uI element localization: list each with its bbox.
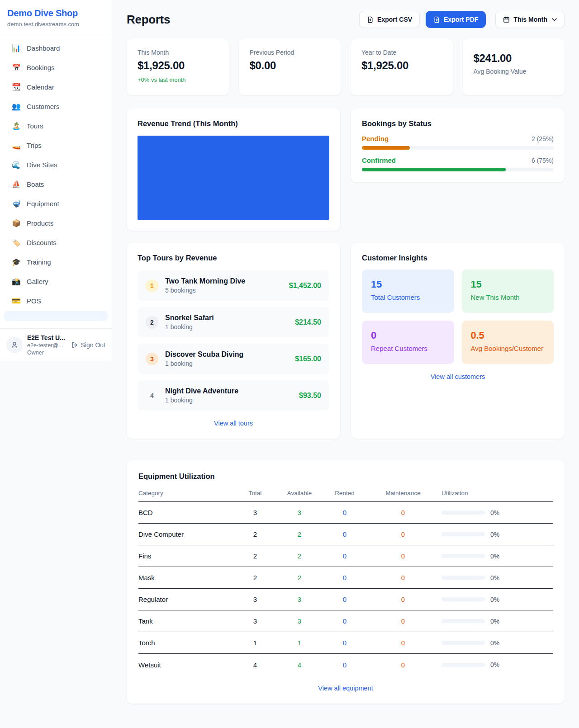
sidebar-item[interactable]: 📅 Bookings [4,58,108,76]
equipment-category: Dive Computer [138,530,236,538]
stat-value: $1,925.00 [138,59,218,72]
sidebar-item[interactable]: 💳 POS [4,292,108,310]
sidebar-item-label: POS [27,297,41,305]
sidebar-item[interactable]: 📊 Dashboard [4,39,108,57]
sidebar-item[interactable]: ⛵ Boats [4,175,108,193]
utilization-bar-track [441,554,485,558]
sidebar-item-icon: 🎓 [12,258,21,266]
sidebar-item[interactable]: 📆 Calendar [4,78,108,96]
status-row: Confirmed 6 (75%) [362,156,554,171]
equipment-rented: 0 [325,596,365,603]
brand-domain: demo.test.divestreams.com [7,21,104,28]
equipment-rented: 0 [325,617,365,625]
sidebar-item-reports-active[interactable] [4,311,108,321]
page-header: Reports Export CSV Export PDF [127,11,565,28]
stat-sublabel: Avg Booking Value [474,68,554,75]
sidebar-item-label: Trips [27,142,42,149]
equipment-total: 3 [236,596,274,603]
insights-row: Top Tours by Revenue 1 Two Tank Morning … [127,243,565,439]
tour-name: Snorkel Safari [165,314,214,322]
utilization-percent: 0% [490,596,499,603]
sidebar-item-label: Boats [27,180,44,188]
calendar-icon [503,16,510,23]
export-pdf-label: Export PDF [444,16,478,23]
equipment-available: 2 [274,574,325,581]
logout-icon [71,341,78,349]
insight-label: Avg Bookings/Customer [471,345,545,352]
table-row: Fins 2 2 0 0 0% [138,545,553,567]
sidebar-item[interactable]: 📦 Products [4,214,108,232]
equipment-category: Regulator [138,596,236,603]
sidebar-item-icon: ⛵ [12,180,21,189]
table-row: Regulator 3 3 0 0 0% [138,589,553,610]
equipment-category: Fins [138,552,236,560]
export-csv-button[interactable]: Export CSV [359,11,420,28]
equipment-utilization-cell: 0% [441,596,553,603]
equipment-category: Tank [138,617,236,625]
export-pdf-button[interactable]: Export PDF [426,11,486,28]
sidebar-item[interactable]: 🚤 Trips [4,136,108,154]
sidebar-item[interactable]: 🎓 Training [4,253,108,271]
sidebar-item[interactable]: 🤿 Equipment [4,194,108,213]
user-role: Owner [27,350,66,356]
equipment-total: 2 [236,552,274,560]
insight-value: 15 [471,279,545,290]
table-row: Mask 2 2 0 0 0% [138,567,553,589]
equipment-total: 2 [236,574,274,581]
utilization-bar-track [441,641,485,645]
sidebar-item[interactable]: 📸 Gallery [4,272,108,290]
equipment-total: 4 [236,661,274,669]
status-row: Pending 2 (25%) [362,135,554,150]
stat-label: Year to Date [361,49,442,56]
status-value: 2 (25%) [532,135,554,142]
equipment-available: 2 [274,552,325,560]
view-all-equipment-link[interactable]: View all equipment [318,685,373,692]
sidebar-item[interactable]: 🏷️ Discounts [4,233,108,251]
col-maintenance: Maintenance [365,490,441,496]
equipment-maintenance: 0 [365,574,441,581]
table-row: Tank 3 3 0 0 0% [138,610,553,632]
sidebar-item[interactable]: 👥 Customers [4,97,108,115]
status-label: Pending [362,135,389,142]
table-row: Wetsuit 4 4 0 0 0% [138,654,553,676]
sidebar-item[interactable]: 🌊 Dive Sites [4,156,108,174]
sidebar-item-icon: 📸 [12,277,21,286]
equipment-rented: 0 [325,661,365,669]
view-all-customers-link[interactable]: View all customers [431,373,485,380]
sidebar-item-icon: 💳 [12,297,21,305]
col-utilization: Utilization [441,490,553,496]
equipment-maintenance: 0 [365,530,441,538]
equipment-category: BCD [138,509,236,516]
stat-card: Previous Period $0.00 [239,39,341,95]
user-info: E2E Test U... e2e-tester@... Owner [27,334,66,356]
user-name: E2E Test U... [27,334,66,341]
equipment-utilization-cell: 0% [441,553,553,560]
stat-cards: This Month $1,925.00 +0% vs last month P… [127,39,565,95]
tour-rank-badge: 2 [146,316,158,329]
equipment-utilization-title: Equipment Utilization [138,472,553,481]
charts-row: Revenue Trend (This Month) Bookings by S… [127,109,565,231]
sidebar-item-icon: 🤿 [12,199,21,208]
bookings-by-status-title: Bookings by Status [362,119,554,128]
period-select[interactable]: This Month [495,11,565,28]
file-download-icon [367,16,374,23]
chevron-down-icon [552,18,557,21]
tour-row: 1 Two Tank Morning Dive 5 bookings $1,45… [138,270,329,301]
tour-rank-badge: 4 [146,389,158,402]
view-all-tours-link[interactable]: View all tours [214,420,253,427]
sign-out-button[interactable]: Sign Out [71,341,105,349]
sidebar-item-label: Dive Sites [27,161,57,169]
revenue-trend-title: Revenue Trend (This Month) [138,119,329,128]
equipment-utilization-cell: 0% [441,639,553,647]
utilization-percent: 0% [490,618,499,625]
insight-tile: 15 New This Month [462,269,554,313]
insight-label: Total Customers [371,293,445,301]
stat-value: $241.00 [474,52,554,65]
user-icon [10,341,19,349]
sidebar-item[interactable]: 🏝️ Tours [4,117,108,135]
status-bar-fill [362,146,410,150]
utilization-percent: 0% [490,661,499,668]
equipment-available: 2 [274,530,325,538]
equipment-utilization-cell: 0% [441,661,553,668]
utilization-percent: 0% [490,574,499,581]
